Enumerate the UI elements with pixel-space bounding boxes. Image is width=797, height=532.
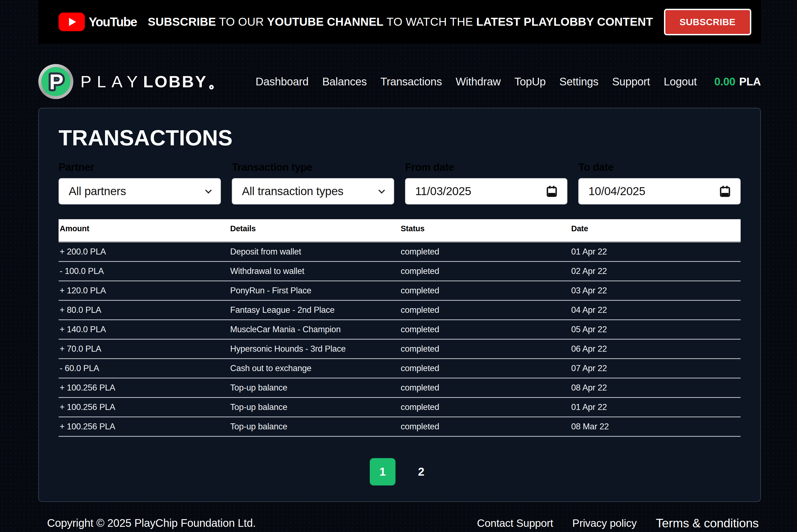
nav-link-withdraw[interactable]: Withdraw	[456, 76, 501, 88]
table-cell: 03 Apr 22	[570, 281, 741, 300]
banner-message-part: YOUTUBE CHANNEL	[267, 15, 383, 28]
balance-currency: PLA	[739, 76, 761, 88]
nav-link-settings[interactable]: Settings	[559, 76, 599, 88]
table-row: + 80.0 PLAFantasy League - 2nd Placecomp…	[59, 300, 741, 320]
wordmark-play: PLAY	[80, 72, 143, 91]
table-cell: - 100.0 PLA	[59, 261, 229, 281]
table-row: + 200.0 PLADeposit from walletcompleted0…	[59, 242, 741, 261]
table-cell: + 100.256 PLA	[59, 417, 229, 436]
table-cell: 01 Apr 22	[570, 242, 741, 261]
filter-from-date: From date 11/03/2025	[405, 162, 567, 205]
filter-partner: Partner All partners	[59, 162, 221, 205]
footer-link[interactable]: Privacy policy	[572, 517, 637, 529]
table-header-row: AmountDetailsStatusDate	[59, 219, 741, 242]
table-row: + 120.0 PLAPonyRun - First Placecomplete…	[59, 281, 741, 300]
column-header: Status	[400, 219, 570, 242]
table-cell: 05 Apr 22	[570, 320, 741, 339]
table-cell: Cash out to exchange	[229, 359, 400, 378]
banner-message-part: TO WATCH THE	[383, 15, 476, 28]
table-cell: + 140.0 PLA	[59, 320, 229, 339]
to-date-input[interactable]: 10/04/2025	[578, 178, 741, 205]
table-row: + 100.256 PLATop-up balancecompleted08 M…	[59, 417, 741, 436]
balance-amount: 0.00	[714, 76, 736, 88]
transaction-type-label: Transaction type	[232, 162, 394, 173]
table-cell: Withdrawal to wallet	[229, 261, 400, 281]
table-cell: completed	[400, 300, 570, 320]
nav-link-dashboard[interactable]: Dashboard	[255, 76, 309, 88]
column-header: Date	[570, 219, 741, 242]
footer-links: Contact SupportPrivacy policyTerms & con…	[477, 516, 759, 530]
filters-row: Partner All partners Transaction type Al…	[59, 162, 741, 205]
from-date-value: 11/03/2025	[415, 185, 546, 198]
partner-select[interactable]: All partners	[59, 178, 221, 205]
pagination-page-2[interactable]: 2	[413, 465, 430, 478]
transactions-table: AmountDetailsStatusDate + 200.0 PLADepos…	[59, 219, 741, 437]
table-cell: 07 Apr 22	[570, 359, 741, 378]
table-cell: completed	[400, 320, 570, 339]
page-title: TRANSACTIONS	[59, 125, 741, 151]
column-header: Details	[229, 219, 400, 242]
nav-link-topup[interactable]: TopUp	[514, 76, 546, 88]
table-cell: completed	[400, 359, 570, 378]
filter-transaction-type: Transaction type All transaction types	[232, 162, 394, 205]
partner-label: Partner	[59, 162, 221, 173]
table-cell: Top-up balance	[229, 378, 400, 397]
transaction-type-select[interactable]: All transaction types	[232, 178, 394, 205]
table-row: + 140.0 PLAMuscleCar Mania - Championcom…	[59, 320, 741, 339]
table-cell: Top-up balance	[229, 397, 400, 417]
column-header: Amount	[59, 219, 229, 242]
table-cell: + 120.0 PLA	[59, 281, 229, 300]
youtube-logo[interactable]: YouTube	[59, 13, 137, 31]
site-footer: Copyright © 2025 PlayChip Foundation Ltd…	[47, 516, 759, 532]
banner-message-part: SUBSCRIBE	[148, 15, 216, 28]
table-body: + 200.0 PLADeposit from walletcompleted0…	[59, 242, 741, 436]
to-date-label: To date	[578, 162, 741, 173]
table-cell: + 70.0 PLA	[59, 339, 229, 359]
balance-display: 0.00PLA	[714, 76, 761, 88]
table-cell: 01 Apr 22	[570, 397, 741, 417]
nav-link-support[interactable]: Support	[612, 76, 650, 88]
promo-banner: YouTube SUBSCRIBE TO OUR YOUTUBE CHANNEL…	[38, 0, 761, 44]
nav-link-logout[interactable]: Logout	[664, 76, 697, 88]
calendar-icon	[720, 185, 730, 197]
copyright-text: Copyright © 2025 PlayChip Foundation Ltd…	[47, 517, 255, 529]
table-cell: completed	[400, 261, 570, 281]
table-row: - 100.0 PLAWithdrawal to walletcompleted…	[59, 261, 741, 281]
table-row: + 100.256 PLATop-up balancecompleted01 A…	[59, 397, 741, 417]
site-header: P PLAYLOBBY DashboardBalancesTransaction…	[38, 44, 761, 100]
table-cell: + 80.0 PLA	[59, 300, 229, 320]
table-cell: completed	[400, 417, 570, 436]
banner-message: SUBSCRIBE TO OUR YOUTUBE CHANNEL TO WATC…	[137, 15, 664, 28]
table-cell: completed	[400, 242, 570, 261]
table-cell: MuscleCar Mania - Champion	[229, 320, 400, 339]
from-date-input[interactable]: 11/03/2025	[405, 178, 567, 205]
table-cell: completed	[400, 281, 570, 300]
subscribe-button[interactable]: SUBSCRIBE	[664, 9, 751, 35]
calendar-icon	[546, 185, 557, 197]
nav-link-balances[interactable]: Balances	[322, 76, 367, 88]
pagination: 12	[59, 458, 741, 486]
footer-link[interactable]: Contact Support	[477, 517, 553, 529]
table-cell: Top-up balance	[229, 417, 400, 436]
partner-select-value: All partners	[69, 185, 206, 198]
chevron-down-icon	[378, 187, 385, 193]
playlobby-logo[interactable]: P PLAYLOBBY	[38, 64, 214, 99]
table-cell: completed	[400, 397, 570, 417]
transactions-panel: TRANSACTIONS Partner All partners Transa…	[38, 108, 761, 502]
wordmark-lobby: LOBBY	[143, 72, 207, 91]
from-date-label: From date	[405, 162, 567, 173]
table-cell: 04 Apr 22	[570, 300, 741, 320]
table-cell: 08 Apr 22	[570, 378, 741, 397]
svg-text:P: P	[49, 70, 63, 94]
footer-link[interactable]: Terms & conditions	[656, 516, 759, 530]
table-row: + 100.256 PLATop-up balancecompleted08 A…	[59, 378, 741, 397]
table-cell: Deposit from wallet	[229, 242, 400, 261]
table-row: - 60.0 PLACash out to exchangecompleted0…	[59, 359, 741, 378]
pagination-page-1[interactable]: 1	[370, 458, 396, 486]
youtube-wordmark: YouTube	[89, 15, 137, 29]
playlobby-badge-icon: P	[38, 64, 73, 99]
nav-link-transactions[interactable]: Transactions	[380, 76, 442, 88]
table-cell: PonyRun - First Place	[229, 281, 400, 300]
banner-message-part: LATEST PLAYLOBBY CONTENT	[476, 15, 653, 28]
main-nav: DashboardBalancesTransactionsWithdrawTop…	[255, 76, 761, 88]
